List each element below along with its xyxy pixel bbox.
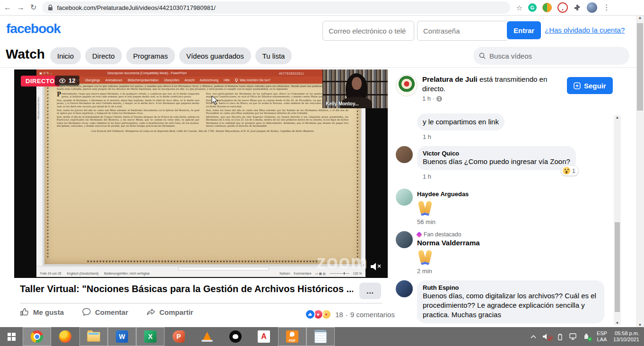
tab-videos-guardados[interactable]: Vídeos guardados — [179, 47, 251, 64]
tab-programas[interactable]: Programas — [126, 47, 175, 64]
taskbar-word[interactable]: W — [108, 327, 136, 346]
scrollbar-thumb[interactable] — [637, 23, 643, 111]
comment-bubble[interactable]: y le compartimos en link — [417, 113, 505, 130]
start-button[interactable] — [0, 327, 23, 346]
scroll-down-arrow[interactable]: ▼ — [638, 323, 642, 327]
browser-profile-avatar[interactable] — [587, 2, 597, 13]
taskbar-black-round-app[interactable] — [221, 327, 250, 346]
page-scrollbar[interactable]: ▲ ▼ — [636, 16, 644, 327]
ribbon-tab-bildschirmpraesentation[interactable]: Bildschirmpräsentation — [128, 78, 159, 82]
powerpoint-quick-access-icons: ▣ ↺ ↻ ⌄ — [39, 71, 52, 75]
scroll-up-arrow[interactable]: ▲ — [616, 115, 619, 120]
reactions-summary[interactable]: ♥ ♥ 18 · 9 comentarios — [305, 309, 395, 320]
browser-menu-icon[interactable]: ⋮ — [603, 4, 610, 11]
avatar[interactable] — [396, 280, 413, 297]
taskbar-foxit[interactable]: PDF — [278, 327, 306, 346]
slide-vertical-scrollbar[interactable]: ▴▾ — [361, 84, 366, 266]
ribbon-tab-animationen[interactable]: Animationen — [105, 78, 122, 82]
comment-time[interactable]: 1 h — [423, 133, 505, 140]
taskbar-firefox[interactable] — [51, 327, 79, 346]
reaction-count[interactable]: 18 — [335, 311, 343, 319]
scrollbar-thumb[interactable] — [178, 267, 269, 270]
grammarly-extension-icon[interactable]: G — [528, 3, 537, 12]
ribbon-tab-ansicht[interactable]: Ansicht — [184, 78, 194, 82]
follow-button[interactable]: Seguir — [567, 77, 613, 94]
forgot-account-link[interactable]: ¿Has olvidado la cuenta? — [545, 26, 625, 34]
facebook-logo[interactable]: facebook — [6, 21, 61, 36]
network-icon[interactable] — [569, 333, 577, 340]
wow-reaction-badge[interactable]: 1 — [561, 165, 579, 176]
post-time[interactable]: 1 h — [422, 95, 431, 102]
status-zoom-slider[interactable] — [330, 273, 349, 274]
share-button[interactable]: Compartir — [146, 307, 193, 317]
comment-time[interactable]: 2 min — [417, 268, 480, 275]
commenter-name[interactable]: Haydee Arguedas — [417, 190, 469, 198]
taskbar-excel[interactable]: X — [136, 327, 165, 346]
more-options-button[interactable]: ... — [359, 283, 381, 299]
avatar[interactable] — [396, 146, 413, 163]
taskbar-acrobat[interactable]: A — [250, 327, 278, 346]
like-button[interactable]: Me gusta — [20, 307, 64, 317]
comment-time[interactable]: 56 min — [417, 218, 469, 225]
commenter-name[interactable]: Ruth Espino — [423, 284, 599, 291]
commenter-name[interactable]: Victor Quico — [423, 150, 570, 157]
password-field[interactable] — [417, 21, 509, 41]
taskbar-chrome[interactable] — [23, 327, 51, 346]
page-avatar[interactable] — [396, 75, 418, 96]
tab-directo[interactable]: Directo — [85, 47, 122, 64]
comment-time[interactable]: 1 h — [423, 173, 576, 180]
like-label: Me gusta — [33, 308, 64, 316]
windows-taskbar: W X P A PDF ✓ ESP LAA 05: — [0, 327, 644, 346]
red-comma-extension-icon[interactable]: , — [557, 2, 568, 13]
page-name-link[interactable]: Prelatura de Juli — [422, 75, 478, 83]
status-accessibility[interactable]: Bedienungshilfen: nicht verfügbar — [104, 272, 149, 275]
login-button[interactable]: Entrar — [507, 21, 541, 39]
status-comments-button[interactable]: Kommentare — [294, 272, 311, 275]
globe-extension-icon[interactable] — [542, 3, 552, 12]
comment-bubble[interactable]: Ruth Espino Buenos días, como digitaliza… — [417, 280, 604, 323]
comments-count[interactable]: 9 comentarios — [350, 311, 395, 319]
reaction-counts: 18 · 9 comentarios — [335, 311, 395, 319]
status-language[interactable]: Englisch (Deutschland) — [67, 272, 98, 275]
clock[interactable]: 05:58 p.m. 13/10/2021 — [613, 330, 639, 343]
ribbon-tab-ueberpruefen[interactable]: Überprüfen — [164, 78, 180, 82]
video-player[interactable]: ▣ ↺ ↻ ⌄ Descripción documenta [Compatibi… — [14, 69, 388, 278]
forward-icon[interactable]: → — [17, 4, 25, 11]
back-icon[interactable]: ← — [4, 4, 11, 11]
usb-safely-remove-icon[interactable]: ✓ — [583, 333, 591, 340]
taskbar-vlc[interactable] — [193, 327, 221, 346]
scrollbar-thumb[interactable] — [615, 222, 620, 312]
taskbar-notepad[interactable] — [306, 327, 335, 346]
volume-muted-icon[interactable] — [542, 333, 551, 340]
ribbon-tab-hilfe[interactable]: Hilfe — [224, 78, 230, 82]
taskbar-file-explorer[interactable] — [79, 327, 108, 346]
battery-icon[interactable] — [557, 333, 563, 340]
avatar[interactable] — [396, 231, 413, 248]
bookmark-star-icon[interactable]: ☆ — [516, 4, 522, 11]
ribbon-tab-uebergaenge[interactable]: Übergänge — [85, 78, 100, 82]
comment-button[interactable]: Comentar — [82, 307, 128, 317]
tell-me-box[interactable]: Was möchten Sie tun? — [240, 78, 270, 82]
address-bar[interactable]: facebook.com/PrelaturadeJuli/videos/4421… — [42, 1, 510, 14]
taskbar-powerpoint[interactable]: P — [165, 327, 193, 346]
status-notes-button[interactable]: Notizen — [279, 272, 290, 275]
tab-tu-lista[interactable]: Tu lista — [255, 47, 292, 64]
status-zoom-percent[interactable]: 130 % — [353, 272, 362, 275]
comment-bubble[interactable]: Victor Quico Buenos días ¿Como puedo ing… — [417, 146, 576, 170]
ribbon-tab-aufzeichnung[interactable]: Aufzeichnung — [200, 78, 218, 82]
thumbnail-pane-expand-chevron[interactable]: › — [38, 86, 39, 90]
tab-inicio[interactable]: Inicio — [50, 47, 81, 64]
thumbnail-pane-collapsed[interactable]: › Miniaturansichten — [36, 84, 43, 266]
scroll-down-arrow[interactable]: ▼ — [616, 321, 619, 325]
commenter-name[interactable]: Norma Valderrama — [417, 239, 480, 247]
extensions-puzzle-icon[interactable] — [574, 4, 581, 11]
comments-scrollbar[interactable]: ▲ ▼ — [614, 115, 621, 325]
email-field[interactable] — [322, 21, 414, 41]
avatar[interactable] — [396, 189, 413, 206]
scroll-up-arrow[interactable]: ▲ — [638, 16, 642, 20]
reload-icon[interactable]: ↻ — [30, 4, 36, 11]
tray-expand-icon[interactable] — [531, 335, 536, 338]
muted-speaker-icon[interactable] — [370, 262, 382, 271]
search-videos-input[interactable]: Busca vídeos — [473, 47, 629, 65]
language-indicator[interactable]: ESP LAA — [597, 330, 607, 343]
